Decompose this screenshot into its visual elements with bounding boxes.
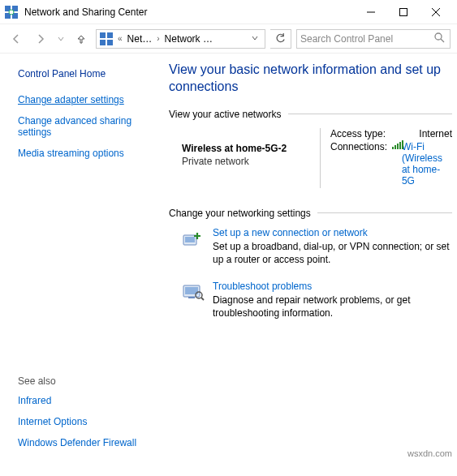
see-also-section: See also Infrared Internet Options Windo…: [18, 375, 151, 458]
toolbar: « Net… › Network …: [0, 24, 457, 54]
svg-line-21: [201, 298, 204, 300]
svg-rect-11: [100, 40, 106, 45]
active-networks-header: View your active networks: [169, 109, 452, 120]
search-icon[interactable]: [433, 32, 446, 45]
see-also-heading: See also: [18, 375, 151, 387]
task-troubleshoot-link[interactable]: Troubleshoot problems: [213, 281, 452, 292]
up-button[interactable]: [71, 29, 91, 49]
task-setup-connection: Set up a new connection or network Set u…: [182, 227, 452, 266]
svg-point-13: [435, 33, 442, 40]
network-type: Private network: [182, 156, 310, 167]
breadcrumb-seg2[interactable]: Network …: [165, 33, 213, 45]
see-also-infrared[interactable]: Infrared: [18, 395, 151, 406]
close-button[interactable]: [420, 1, 452, 24]
main-content: View your basic network information and …: [162, 54, 457, 458]
network-identity: Wireless at home-5G-2 Private network: [182, 128, 310, 188]
chevron-right-icon[interactable]: ›: [155, 34, 161, 43]
task-setup-desc: Set up a broadband, dial-up, or VPN conn…: [213, 240, 452, 266]
search-box[interactable]: [296, 29, 451, 49]
address-dropdown-icon[interactable]: [248, 34, 261, 43]
svg-rect-19: [188, 297, 195, 298]
breadcrumb-seg1[interactable]: Net…: [127, 33, 153, 45]
see-also-firewall[interactable]: Windows Defender Firewall: [18, 437, 151, 448]
svg-rect-16: [185, 237, 195, 242]
title-bar: Network and Sharing Center: [0, 0, 457, 24]
networking-settings-header: Change your networking settings: [169, 208, 452, 219]
access-type-label: Access type:: [330, 128, 386, 139]
svg-rect-9: [100, 32, 106, 38]
window-title: Network and Sharing Center: [24, 6, 355, 18]
sidebar: Control Panel Home Change adapter settin…: [0, 54, 162, 458]
app-icon: [5, 6, 18, 19]
see-also-internet-options[interactable]: Internet Options: [18, 416, 151, 427]
sidebar-link-media-streaming[interactable]: Media streaming options: [18, 148, 151, 159]
networking-settings-label: Change your networking settings: [169, 208, 311, 219]
svg-rect-12: [107, 40, 113, 45]
svg-rect-10: [107, 32, 113, 38]
recent-locations-button[interactable]: [55, 29, 67, 49]
wifi-signal-icon: [392, 141, 397, 149]
forward-button[interactable]: [31, 29, 50, 49]
vertical-divider: [320, 128, 321, 188]
network-name: Wireless at home-5G-2: [182, 143, 310, 154]
svg-rect-6: [400, 8, 407, 15]
control-panel-home-link[interactable]: Control Panel Home: [18, 68, 151, 79]
back-button[interactable]: [6, 29, 26, 49]
divider: [288, 114, 452, 114]
network-details: Access type: Internet Connections: Wi-Fi…: [330, 128, 452, 188]
troubleshoot-icon: [182, 281, 205, 303]
divider: [317, 212, 452, 213]
connections-label: Connections:: [330, 141, 387, 152]
svg-line-14: [441, 39, 444, 42]
body: Control Panel Home Change adapter settin…: [0, 54, 457, 458]
refresh-button[interactable]: [270, 29, 291, 49]
control-panel-icon: [100, 32, 113, 45]
minimize-button[interactable]: [355, 1, 387, 24]
sidebar-link-adapter-settings[interactable]: Change adapter settings: [18, 94, 151, 105]
address-bar[interactable]: « Net… › Network …: [96, 29, 265, 49]
task-setup-link[interactable]: Set up a new connection or network: [213, 227, 452, 238]
watermark: wsxdn.com: [407, 448, 452, 458]
bottom-spacer: [0, 458, 457, 476]
svg-point-4: [9, 10, 14, 15]
task-troubleshoot: Troubleshoot problems Diagnose and repai…: [182, 281, 452, 319]
page-title: View your basic network information and …: [169, 62, 452, 96]
connection-link[interactable]: Wi-Fi (Wireless at home-5G: [402, 141, 452, 187]
maximize-button[interactable]: [387, 1, 420, 24]
chevron-left-icon[interactable]: «: [116, 34, 124, 43]
access-type-value: Internet: [419, 128, 452, 139]
active-network-row: Wireless at home-5G-2 Private network Ac…: [169, 128, 452, 188]
task-troubleshoot-desc: Diagnose and repair network problems, or…: [213, 294, 452, 319]
setup-connection-icon: [182, 227, 205, 250]
search-input[interactable]: [300, 33, 433, 45]
sidebar-link-advanced-sharing[interactable]: Change advanced sharing settings: [18, 115, 151, 138]
task-list: Set up a new connection or network Set u…: [169, 227, 452, 320]
active-networks-label: View your active networks: [169, 109, 282, 120]
